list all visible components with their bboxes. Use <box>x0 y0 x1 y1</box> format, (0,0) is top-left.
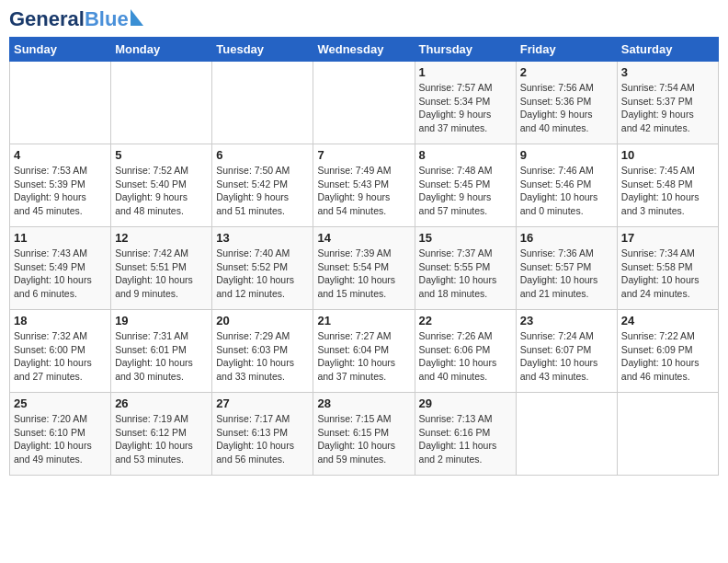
day-number: 9 <box>520 148 613 162</box>
day-info: Sunrise: 7:17 AM Sunset: 6:13 PM Dayligh… <box>216 412 309 466</box>
calendar-cell: 24Sunrise: 7:22 AM Sunset: 6:09 PM Dayli… <box>617 310 718 393</box>
week-row-3: 11Sunrise: 7:43 AM Sunset: 5:49 PM Dayli… <box>10 227 719 310</box>
day-number: 16 <box>520 231 613 245</box>
calendar-cell: 23Sunrise: 7:24 AM Sunset: 6:07 PM Dayli… <box>516 310 617 393</box>
weekday-header-wednesday: Wednesday <box>313 38 415 62</box>
day-number: 26 <box>115 396 208 410</box>
calendar-cell: 21Sunrise: 7:27 AM Sunset: 6:04 PM Dayli… <box>313 310 415 393</box>
day-info: Sunrise: 7:49 AM Sunset: 5:43 PM Dayligh… <box>317 164 410 218</box>
day-info: Sunrise: 7:56 AM Sunset: 5:36 PM Dayligh… <box>520 81 613 135</box>
day-info: Sunrise: 7:24 AM Sunset: 6:07 PM Dayligh… <box>520 329 613 384</box>
calendar-cell: 29Sunrise: 7:13 AM Sunset: 6:16 PM Dayli… <box>415 393 516 476</box>
day-info: Sunrise: 7:37 AM Sunset: 5:55 PM Dayligh… <box>419 247 512 301</box>
day-info: Sunrise: 7:48 AM Sunset: 5:45 PM Dayligh… <box>419 164 512 218</box>
day-number: 28 <box>317 396 410 410</box>
day-info: Sunrise: 7:15 AM Sunset: 6:15 PM Dayligh… <box>317 412 410 466</box>
calendar-cell: 22Sunrise: 7:26 AM Sunset: 6:06 PM Dayli… <box>415 310 516 393</box>
calendar-cell: 5Sunrise: 7:52 AM Sunset: 5:40 PM Daylig… <box>111 144 212 227</box>
day-number: 14 <box>317 231 410 245</box>
weekday-header-thursday: Thursday <box>415 38 516 62</box>
day-number: 3 <box>621 65 714 79</box>
calendar-cell <box>516 393 617 476</box>
day-info: Sunrise: 7:57 AM Sunset: 5:34 PM Dayligh… <box>419 81 512 135</box>
day-info: Sunrise: 7:52 AM Sunset: 5:40 PM Dayligh… <box>115 164 208 218</box>
calendar-table: SundayMondayTuesdayWednesdayThursdayFrid… <box>9 37 719 476</box>
day-number: 24 <box>621 314 714 327</box>
day-info: Sunrise: 7:36 AM Sunset: 5:57 PM Dayligh… <box>520 247 613 301</box>
day-info: Sunrise: 7:46 AM Sunset: 5:46 PM Dayligh… <box>520 164 613 218</box>
day-number: 1 <box>419 65 512 79</box>
day-number: 22 <box>419 314 512 327</box>
week-row-5: 25Sunrise: 7:20 AM Sunset: 6:10 PM Dayli… <box>10 393 719 476</box>
day-info: Sunrise: 7:43 AM Sunset: 5:49 PM Dayligh… <box>14 247 107 301</box>
calendar-cell: 4Sunrise: 7:53 AM Sunset: 5:39 PM Daylig… <box>10 144 111 227</box>
calendar-cell: 6Sunrise: 7:50 AM Sunset: 5:42 PM Daylig… <box>212 144 313 227</box>
day-info: Sunrise: 7:42 AM Sunset: 5:51 PM Dayligh… <box>115 247 208 301</box>
day-number: 4 <box>14 148 107 162</box>
calendar-cell: 2Sunrise: 7:56 AM Sunset: 5:36 PM Daylig… <box>516 62 617 144</box>
day-number: 7 <box>317 148 410 162</box>
day-info: Sunrise: 7:39 AM Sunset: 5:54 PM Dayligh… <box>317 247 410 301</box>
day-info: Sunrise: 7:32 AM Sunset: 6:00 PM Dayligh… <box>14 329 107 384</box>
day-info: Sunrise: 7:13 AM Sunset: 6:16 PM Dayligh… <box>419 412 512 466</box>
day-number: 13 <box>216 231 309 245</box>
calendar-cell: 19Sunrise: 7:31 AM Sunset: 6:01 PM Dayli… <box>111 310 212 393</box>
day-number: 19 <box>115 314 208 327</box>
day-info: Sunrise: 7:22 AM Sunset: 6:09 PM Dayligh… <box>621 329 714 384</box>
day-info: Sunrise: 7:53 AM Sunset: 5:39 PM Dayligh… <box>14 164 107 218</box>
calendar-cell: 15Sunrise: 7:37 AM Sunset: 5:55 PM Dayli… <box>415 227 516 310</box>
day-number: 2 <box>520 65 613 79</box>
day-info: Sunrise: 7:54 AM Sunset: 5:37 PM Dayligh… <box>621 81 714 135</box>
day-number: 20 <box>216 314 309 327</box>
calendar-cell: 11Sunrise: 7:43 AM Sunset: 5:49 PM Dayli… <box>10 227 111 310</box>
day-number: 12 <box>115 231 208 245</box>
day-info: Sunrise: 7:19 AM Sunset: 6:12 PM Dayligh… <box>115 412 208 466</box>
day-number: 15 <box>419 231 512 245</box>
weekday-header-tuesday: Tuesday <box>212 38 313 62</box>
calendar-cell: 3Sunrise: 7:54 AM Sunset: 5:37 PM Daylig… <box>617 62 718 144</box>
calendar-cell: 14Sunrise: 7:39 AM Sunset: 5:54 PM Dayli… <box>313 227 415 310</box>
day-info: Sunrise: 7:31 AM Sunset: 6:01 PM Dayligh… <box>115 329 208 384</box>
calendar-cell: 18Sunrise: 7:32 AM Sunset: 6:00 PM Dayli… <box>10 310 111 393</box>
day-number: 11 <box>14 231 107 245</box>
calendar-cell: 9Sunrise: 7:46 AM Sunset: 5:46 PM Daylig… <box>516 144 617 227</box>
logo: GeneralBlue <box>9 9 143 29</box>
calendar-cell: 7Sunrise: 7:49 AM Sunset: 5:43 PM Daylig… <box>313 144 415 227</box>
day-info: Sunrise: 7:34 AM Sunset: 5:58 PM Dayligh… <box>621 247 714 301</box>
calendar-cell: 12Sunrise: 7:42 AM Sunset: 5:51 PM Dayli… <box>111 227 212 310</box>
week-row-2: 4Sunrise: 7:53 AM Sunset: 5:39 PM Daylig… <box>10 144 719 227</box>
day-info: Sunrise: 7:45 AM Sunset: 5:48 PM Dayligh… <box>621 164 714 218</box>
logo-text: GeneralBlue <box>9 9 129 29</box>
calendar-cell: 10Sunrise: 7:45 AM Sunset: 5:48 PM Dayli… <box>617 144 718 227</box>
header: GeneralBlue <box>9 9 719 29</box>
weekday-header-saturday: Saturday <box>617 38 718 62</box>
logo-arrow-icon <box>131 9 143 26</box>
calendar-cell <box>212 62 313 144</box>
day-info: Sunrise: 7:26 AM Sunset: 6:06 PM Dayligh… <box>419 329 512 384</box>
day-number: 21 <box>317 314 410 327</box>
day-number: 6 <box>216 148 309 162</box>
calendar-cell <box>111 62 212 144</box>
calendar-cell: 26Sunrise: 7:19 AM Sunset: 6:12 PM Dayli… <box>111 393 212 476</box>
calendar-cell <box>313 62 415 144</box>
calendar-cell: 20Sunrise: 7:29 AM Sunset: 6:03 PM Dayli… <box>212 310 313 393</box>
day-number: 17 <box>621 231 714 245</box>
week-row-4: 18Sunrise: 7:32 AM Sunset: 6:00 PM Dayli… <box>10 310 719 393</box>
calendar-cell: 8Sunrise: 7:48 AM Sunset: 5:45 PM Daylig… <box>415 144 516 227</box>
day-number: 27 <box>216 396 309 410</box>
day-number: 10 <box>621 148 714 162</box>
day-number: 18 <box>14 314 107 327</box>
calendar-cell: 17Sunrise: 7:34 AM Sunset: 5:58 PM Dayli… <box>617 227 718 310</box>
day-info: Sunrise: 7:40 AM Sunset: 5:52 PM Dayligh… <box>216 247 309 301</box>
day-info: Sunrise: 7:50 AM Sunset: 5:42 PM Dayligh… <box>216 164 309 218</box>
day-number: 29 <box>419 396 512 410</box>
day-info: Sunrise: 7:27 AM Sunset: 6:04 PM Dayligh… <box>317 329 410 384</box>
day-number: 5 <box>115 148 208 162</box>
calendar-cell: 1Sunrise: 7:57 AM Sunset: 5:34 PM Daylig… <box>415 62 516 144</box>
calendar-cell: 25Sunrise: 7:20 AM Sunset: 6:10 PM Dayli… <box>10 393 111 476</box>
calendar-cell: 13Sunrise: 7:40 AM Sunset: 5:52 PM Dayli… <box>212 227 313 310</box>
day-info: Sunrise: 7:20 AM Sunset: 6:10 PM Dayligh… <box>14 412 107 466</box>
day-number: 8 <box>419 148 512 162</box>
calendar-cell: 16Sunrise: 7:36 AM Sunset: 5:57 PM Dayli… <box>516 227 617 310</box>
day-number: 23 <box>520 314 613 327</box>
